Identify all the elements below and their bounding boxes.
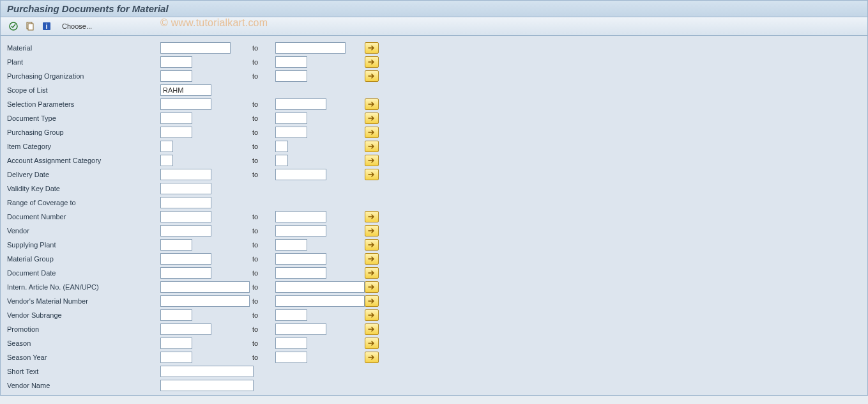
plant-to-input[interactable] xyxy=(275,56,307,68)
matGroup-from-input[interactable] xyxy=(160,253,211,265)
field-label-rangeCoverage: Range of Coverage to xyxy=(7,199,160,206)
execute-icon[interactable] xyxy=(7,20,20,33)
field-row-rangeCoverage: Range of Coverage to xyxy=(7,196,861,210)
to-label: to xyxy=(250,171,275,178)
supplyPlant-to-input[interactable] xyxy=(275,239,307,251)
purchGrp-multiple-selection-button[interactable] xyxy=(365,127,379,138)
vendSub-to-input[interactable] xyxy=(275,309,307,321)
field-row-promotion: Promotionto xyxy=(7,322,861,336)
seasonYear-from-input[interactable] xyxy=(160,352,192,363)
arrow-right-icon xyxy=(368,115,376,121)
itemCat-to-input[interactable] xyxy=(275,141,288,152)
field-row-purchGrp: Purchasing Groupto xyxy=(7,125,861,139)
ean-multiple-selection-button[interactable] xyxy=(365,281,379,293)
season-from-input[interactable] xyxy=(160,338,192,349)
to-label: to xyxy=(250,100,275,108)
to-label: to xyxy=(250,213,275,221)
docNumber-to-input[interactable] xyxy=(275,211,326,222)
field-label-plant: Plant xyxy=(7,58,160,66)
seasonYear-to-input[interactable] xyxy=(275,352,307,363)
info-icon[interactable]: i xyxy=(40,20,53,33)
vendMatNo-to-input[interactable] xyxy=(275,295,365,307)
ean-to-input[interactable] xyxy=(275,281,365,293)
purchGrp-from-input[interactable] xyxy=(160,127,192,138)
acctAssign-multiple-selection-button[interactable] xyxy=(365,155,379,166)
field-label-selParams: Selection Parameters xyxy=(7,100,160,108)
docDate-to-input[interactable] xyxy=(275,267,326,279)
selParams-multiple-selection-button[interactable] xyxy=(365,98,379,110)
acctAssign-from-input[interactable] xyxy=(160,155,173,166)
vendor-multiple-selection-button[interactable] xyxy=(365,225,379,237)
matGroup-to-input[interactable] xyxy=(275,253,326,265)
plant-from-input[interactable] xyxy=(160,56,192,68)
supplyPlant-multiple-selection-button[interactable] xyxy=(365,239,379,251)
docNumber-from-input[interactable] xyxy=(160,211,211,222)
to-label: to xyxy=(250,143,275,150)
rangeCoverage-from-input[interactable] xyxy=(160,197,211,208)
field-label-docType: Document Type xyxy=(7,114,160,122)
arrow-right-icon xyxy=(368,73,376,79)
itemCat-multiple-selection-button[interactable] xyxy=(365,141,379,152)
vendor-to-input[interactable] xyxy=(275,225,326,237)
field-row-itemCat: Item Categoryto xyxy=(7,139,861,153)
season-multiple-selection-button[interactable] xyxy=(365,338,379,349)
scopeList-from-input[interactable] xyxy=(160,84,211,96)
to-label: to xyxy=(250,44,275,52)
selParams-from-input[interactable] xyxy=(160,98,211,110)
vendSub-from-input[interactable] xyxy=(160,309,192,321)
validityKey-from-input[interactable] xyxy=(160,183,211,194)
ean-from-input[interactable] xyxy=(160,281,250,293)
season-to-input[interactable] xyxy=(275,338,307,349)
to-label: to xyxy=(250,157,275,164)
matGroup-multiple-selection-button[interactable] xyxy=(365,253,379,265)
purchOrg-to-input[interactable] xyxy=(275,70,307,82)
arrow-right-icon xyxy=(368,143,376,150)
material-from-input[interactable] xyxy=(160,42,231,54)
supplyPlant-from-input[interactable] xyxy=(160,239,192,251)
field-row-purchOrg: Purchasing Organizationto xyxy=(7,69,861,83)
plant-multiple-selection-button[interactable] xyxy=(365,56,379,68)
purchOrg-multiple-selection-button[interactable] xyxy=(365,70,379,82)
field-row-supplyPlant: Supplying Plantto xyxy=(7,238,861,252)
vendorName-from-input[interactable] xyxy=(160,380,254,391)
vendor-from-input[interactable] xyxy=(160,225,211,237)
field-label-season: Season xyxy=(7,339,160,347)
watermark: © www.tutorialkart.com xyxy=(160,17,268,29)
variant-icon[interactable] xyxy=(24,20,36,33)
purchGrp-to-input[interactable] xyxy=(275,127,307,138)
docDate-multiple-selection-button[interactable] xyxy=(365,267,379,279)
material-multiple-selection-button[interactable] xyxy=(365,42,379,54)
vendMatNo-multiple-selection-button[interactable] xyxy=(365,295,379,307)
material-to-input[interactable] xyxy=(275,42,346,54)
promotion-to-input[interactable] xyxy=(275,323,326,335)
docType-multiple-selection-button[interactable] xyxy=(365,113,379,124)
field-label-vendor: Vendor xyxy=(7,227,160,235)
acctAssign-to-input[interactable] xyxy=(275,155,288,166)
field-label-docNumber: Document Number xyxy=(7,213,160,221)
vendMatNo-from-input[interactable] xyxy=(160,295,250,307)
itemCat-from-input[interactable] xyxy=(160,141,173,152)
deliveryDate-multiple-selection-button[interactable] xyxy=(365,169,379,180)
seasonYear-multiple-selection-button[interactable] xyxy=(365,352,379,363)
arrow-right-icon xyxy=(368,354,376,361)
deliveryDate-to-input[interactable] xyxy=(275,169,326,180)
shortText-from-input[interactable] xyxy=(160,366,254,377)
to-label: to xyxy=(250,339,275,347)
to-label: to xyxy=(250,227,275,235)
promotion-multiple-selection-button[interactable] xyxy=(365,323,379,335)
field-label-vendMatNo: Vendor's Material Number xyxy=(7,297,160,305)
docType-to-input[interactable] xyxy=(275,113,307,124)
promotion-from-input[interactable] xyxy=(160,323,211,335)
deliveryDate-from-input[interactable] xyxy=(160,169,211,180)
toolbar: i Choose... © www.tutorialkart.com xyxy=(0,17,868,36)
choose-button[interactable]: Choose... xyxy=(62,22,92,30)
purchOrg-from-input[interactable] xyxy=(160,70,192,82)
docType-from-input[interactable] xyxy=(160,113,192,124)
docDate-from-input[interactable] xyxy=(160,267,211,279)
svg-text:i: i xyxy=(46,23,48,30)
vendSub-multiple-selection-button[interactable] xyxy=(365,309,379,321)
docNumber-multiple-selection-button[interactable] xyxy=(365,211,379,222)
field-label-matGroup: Material Group xyxy=(7,255,160,263)
selParams-to-input[interactable] xyxy=(275,98,326,110)
to-label: to xyxy=(250,241,275,249)
